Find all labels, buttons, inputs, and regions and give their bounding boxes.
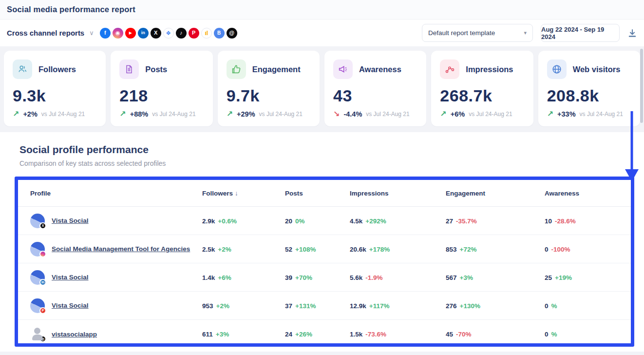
profile-avatar: P (30, 298, 45, 313)
linkedin-badge-icon: in (39, 279, 46, 286)
linkedin-icon[interactable]: in (138, 28, 149, 39)
awareness-value: 25 (545, 274, 552, 281)
followers-delta: +2% (216, 302, 229, 310)
followers-value: 1.4k (202, 274, 215, 281)
pinterest-icon[interactable]: P (189, 28, 199, 39)
youtube-icon[interactable]: ▶ (125, 28, 136, 39)
date-range-value: Aug 22 2024 - Sep 19 2024 (541, 26, 619, 40)
followers-delta: +3% (216, 331, 229, 338)
stat-value: 268.7k (440, 86, 526, 105)
column-header-profile[interactable]: Profile (30, 190, 202, 197)
posts-delta: +108% (295, 246, 316, 253)
stat-label: Followers (38, 65, 76, 74)
column-header-impressions[interactable]: Impressions (350, 190, 446, 197)
engagement-delta: -35.7% (456, 217, 477, 225)
threads-badge-icon: @ (39, 335, 46, 342)
tiktok-icon[interactable]: ♪ (176, 28, 187, 39)
date-range-picker[interactable]: Aug 22 2024 - Sep 19 2024 (541, 24, 620, 42)
awareness-delta: -100% (551, 246, 570, 253)
engagement-delta: +130% (460, 302, 480, 310)
impressions-delta: +292% (365, 217, 386, 225)
stat-card-engagement: Engagement 9.7k ↗ +29% vs Jul 24-Aug 21 (218, 51, 320, 126)
trend-up-icon: ↗ (227, 109, 233, 118)
stat-card-followers: Followers 9.3k ↗ +2% vs Jul 24-Aug 21 (4, 51, 106, 126)
awareness-delta: % (551, 302, 557, 310)
engagement-value: 853 (446, 246, 457, 253)
stat-delta: +29% (237, 110, 255, 118)
engagement-value: 276 (446, 302, 457, 310)
threads-icon[interactable]: @ (227, 28, 237, 39)
awareness-delta: % (551, 331, 557, 338)
stat-comparison-period: vs Jul 24-Aug 21 (259, 111, 303, 118)
network-chip-list: f ◉ ▶ in X ❖ ♪ P ıl B @ (100, 28, 237, 39)
stat-value: 218 (119, 86, 206, 105)
stat-delta: +88% (130, 110, 149, 118)
stat-comparison-period: vs Jul 24-Aug 21 (41, 111, 85, 118)
profile-link[interactable]: vistasocialapp (52, 331, 97, 338)
impressions-value: 12.9k (350, 302, 366, 310)
scrollbar[interactable] (640, 49, 643, 123)
column-header-followers[interactable]: Followers↓ (202, 190, 285, 197)
stat-value: 9.7k (227, 86, 313, 105)
column-header-awareness[interactable]: Awareness (545, 190, 631, 197)
page-title: Social media performance report (7, 5, 135, 14)
stat-value: 208.8k (547, 86, 633, 105)
awareness-value: 10 (545, 217, 552, 225)
stat-delta: +2% (23, 110, 37, 118)
stat-value: 43 (333, 86, 419, 105)
report-template-select[interactable]: Default report template ▾ (422, 24, 533, 42)
pinterest-badge-icon: P (39, 307, 46, 314)
instagram-icon[interactable]: ◉ (113, 28, 123, 39)
profile-link[interactable]: Social Media Management Tool for Agencie… (52, 245, 190, 253)
engagement-value: 45 (446, 331, 453, 338)
engagement-icon (227, 59, 246, 79)
profile-link[interactable]: Vista Social (52, 217, 89, 224)
trend-up-icon: ↗ (547, 109, 553, 118)
profile-performance-table: Profile Followers↓ Posts Impressions Eng… (15, 177, 634, 347)
stat-delta: +33% (557, 110, 576, 118)
bluesky-icon[interactable]: ❖ (163, 28, 174, 39)
column-header-engagement[interactable]: Engagement (446, 190, 545, 197)
engagement-delta: +72% (460, 246, 477, 253)
web-visitors-icon (547, 59, 567, 79)
blogger-icon[interactable]: B (214, 28, 225, 39)
stat-delta: +6% (451, 110, 465, 118)
stat-label: Impressions (466, 65, 513, 74)
report-template-value: Default report template (428, 29, 495, 37)
profile-link[interactable]: Vista Social (52, 274, 89, 281)
profile-avatar (30, 242, 45, 256)
engagement-value: 567 (446, 274, 457, 281)
impressions-value: 1.5k (350, 331, 362, 338)
cross-channel-reports-label[interactable]: Cross channel reports (7, 29, 84, 37)
awareness-value: 0 (545, 302, 549, 310)
download-button[interactable] (627, 28, 637, 38)
table-row: X Vista Social 2.9k+0.6% 200% 4.5k+292% … (18, 207, 631, 235)
x-twitter-icon[interactable]: X (151, 28, 161, 39)
profile-link[interactable]: Vista Social (52, 302, 89, 309)
posts-icon (119, 59, 139, 79)
chevron-down-icon[interactable]: ∨ (89, 29, 94, 37)
impressions-icon (440, 59, 459, 79)
awareness-icon (333, 59, 353, 79)
trend-up-icon: ↗ (119, 109, 126, 118)
stat-delta: -4.4% (343, 110, 362, 118)
select-caret-icon: ▾ (524, 30, 527, 36)
posts-value: 39 (285, 274, 292, 281)
posts-value: 20 (285, 217, 292, 225)
impressions-delta: -73.6% (365, 331, 386, 338)
trend-down-icon: ↘ (333, 109, 340, 118)
section-subtitle: Comparison of key stats across selected … (19, 159, 644, 167)
posts-delta: +131% (295, 302, 316, 310)
posts-value: 37 (285, 302, 292, 310)
facebook-icon[interactable]: f (100, 28, 111, 39)
posts-delta: +70% (295, 274, 312, 281)
stat-card-web-visitors: Web visitors 208.8k ↗ +33% vs Jul 24-Aug… (538, 51, 640, 126)
google-analytics-icon[interactable]: ıl (201, 28, 212, 39)
instagram-badge-icon (39, 251, 46, 257)
impressions-value: 4.5k (350, 217, 362, 225)
column-header-posts[interactable]: Posts (285, 190, 350, 197)
stat-card-posts: Posts 218 ↗ +88% vs Jul 24-Aug 21 (111, 51, 212, 126)
posts-delta: +26% (295, 331, 312, 338)
awareness-value: 0 (545, 331, 549, 338)
title-bar: Social media performance report (0, 0, 644, 20)
